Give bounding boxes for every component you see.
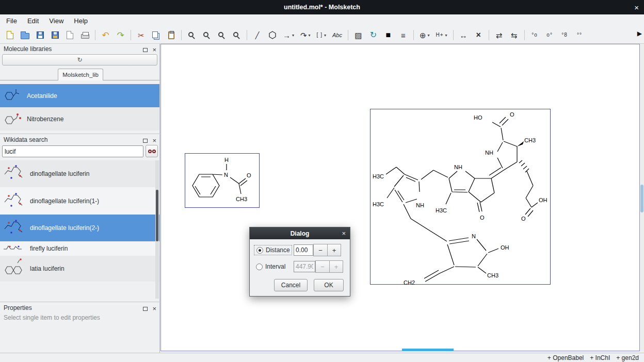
library-refresh-button[interactable]: ↻ bbox=[2, 54, 157, 65]
cancel-button[interactable]: Cancel bbox=[274, 279, 308, 291]
zoom-fit-button[interactable] bbox=[230, 28, 244, 42]
zoom-original-button[interactable] bbox=[215, 28, 229, 42]
atom-label: O bbox=[480, 215, 485, 221]
ring-tool-button[interactable] bbox=[265, 28, 279, 42]
print-button[interactable] bbox=[78, 28, 92, 42]
distance-value-input[interactable] bbox=[294, 244, 313, 256]
save-as-button[interactable] bbox=[48, 28, 62, 42]
plugin-openbabel: + OpenBabel bbox=[548, 354, 584, 361]
ok-button[interactable]: OK bbox=[314, 279, 344, 291]
redo-icon: ↷ bbox=[117, 31, 124, 40]
text-tool-button[interactable]: Abc bbox=[330, 28, 345, 42]
luciferin-selection-box[interactable]: HO O CH3 NH H3C NH H3C NH H3C O OH O N O… bbox=[370, 109, 551, 285]
undo-icon: ↶ bbox=[102, 31, 109, 40]
export-icon bbox=[67, 31, 73, 39]
drawing-canvas[interactable]: H N O CH3 HO O CH3 NH H3C NH H3C NH H3C … bbox=[160, 44, 640, 351]
distance-radio[interactable] bbox=[256, 247, 263, 254]
atom-label: CH3 bbox=[487, 272, 498, 278]
rotate-button[interactable]: ↻ bbox=[366, 28, 380, 42]
charge-button[interactable]: ⊕▾ bbox=[417, 28, 432, 42]
paste-button[interactable] bbox=[164, 28, 178, 42]
window-close-icon[interactable]: × bbox=[634, 0, 639, 14]
undock-icon[interactable] bbox=[143, 48, 148, 52]
distance-dialog: Dialog × Distance − + Interval − + Cance… bbox=[249, 227, 350, 297]
wikidata-item-1[interactable]: dinoflagellate luciferin bbox=[0, 160, 159, 187]
line-width-button[interactable]: ≡ bbox=[396, 28, 410, 42]
bracket-tool-button[interactable]: [ ]▾ bbox=[314, 28, 329, 42]
flip-horizontal-button[interactable]: ↔ bbox=[457, 28, 471, 42]
undock-icon[interactable] bbox=[143, 307, 148, 311]
lone-pair-remove-icon: °° bbox=[577, 32, 582, 38]
library-item-acetanilide[interactable]: Acetanilide bbox=[0, 84, 159, 107]
acetanilide-selection-box[interactable]: H N O CH3 bbox=[185, 153, 260, 208]
libraries-panel-title: Molecule libraries bbox=[4, 45, 52, 53]
radical-remove-button[interactable]: o° bbox=[543, 28, 557, 42]
wikidata-search-input[interactable] bbox=[2, 145, 143, 157]
menu-view[interactable]: View bbox=[44, 15, 69, 26]
luciferin-structure: HO O CH3 NH H3C NH H3C NH H3C O OH O N O… bbox=[371, 109, 551, 285]
open-button[interactable] bbox=[18, 28, 32, 42]
wikidata-item-3[interactable]: dinoflagellate luciferin(2-) bbox=[0, 215, 159, 241]
new-button[interactable] bbox=[3, 28, 17, 42]
wikidata-search-button[interactable] bbox=[146, 145, 158, 157]
molecule-thumbnail bbox=[2, 108, 23, 130]
distance-label: Distance bbox=[266, 246, 290, 254]
wikidata-scrollbar[interactable] bbox=[155, 160, 159, 299]
dialog-close-icon[interactable]: × bbox=[342, 227, 346, 239]
interval-radio-group[interactable]: Interval bbox=[254, 262, 292, 271]
draw-tool-button[interactable]: ╱ bbox=[250, 28, 264, 42]
close-panel-icon[interactable]: × bbox=[152, 137, 156, 144]
atom-label: CH3 bbox=[524, 137, 536, 143]
interval-radio[interactable] bbox=[256, 264, 263, 270]
copy-button[interactable] bbox=[149, 28, 163, 42]
redo-button[interactable]: ↷ bbox=[114, 28, 127, 42]
horizontal-scrollbar-thumb[interactable] bbox=[402, 349, 454, 351]
toolbar-separator bbox=[524, 30, 525, 40]
toolbar-separator bbox=[247, 30, 247, 40]
reaction-arrow-button[interactable]: →▾ bbox=[280, 28, 297, 42]
radical-add-icon: °o bbox=[532, 32, 538, 38]
lone-pair-remove-button[interactable]: °° bbox=[573, 28, 587, 42]
toolbar-extender-icon[interactable]: ▶ bbox=[637, 30, 642, 37]
zoom-fit-icon bbox=[233, 32, 238, 37]
zoom-out-button[interactable] bbox=[200, 28, 214, 42]
interval-decrement-button[interactable]: − bbox=[315, 260, 329, 273]
hash-bond-button[interactable]: ▨ bbox=[351, 28, 365, 42]
distance-radio-group[interactable]: Distance bbox=[254, 245, 292, 255]
lone-pair-add-button[interactable]: °8 bbox=[558, 28, 572, 42]
menu-edit[interactable]: Edit bbox=[22, 15, 44, 26]
zoom-out-icon bbox=[203, 32, 208, 37]
cut-button[interactable]: ✂ bbox=[134, 28, 148, 42]
molecule-thumbnail bbox=[2, 85, 23, 107]
tab-molsketch-lib[interactable]: Molsketch_lib bbox=[58, 69, 103, 80]
vertical-scrollbar[interactable] bbox=[640, 44, 644, 351]
plugin-gen2d: + gen2d bbox=[616, 354, 639, 361]
undo-button[interactable]: ↶ bbox=[99, 28, 112, 42]
hydrogen-button[interactable]: H+▾ bbox=[433, 28, 450, 42]
radical-add-button[interactable]: °o bbox=[528, 28, 542, 42]
scrollbar-thumb[interactable] bbox=[640, 185, 643, 212]
modify-tool-1-button[interactable]: ⇄ bbox=[492, 28, 506, 42]
wikidata-item-4[interactable]: firefly luciferin bbox=[0, 241, 159, 256]
menu-file[interactable]: File bbox=[1, 15, 22, 26]
scrollbar-thumb[interactable] bbox=[156, 190, 158, 241]
wikidata-item-2[interactable]: dinoflagellate luciferin(1-) bbox=[0, 187, 159, 215]
save-button[interactable] bbox=[33, 28, 47, 42]
close-panel-icon[interactable]: × bbox=[152, 46, 156, 53]
menu-help[interactable]: Help bbox=[69, 15, 93, 26]
color-button[interactable]: ■ bbox=[381, 28, 395, 42]
delete-button[interactable]: × bbox=[472, 28, 486, 42]
undock-icon[interactable] bbox=[143, 139, 148, 143]
modify-arrows-icon: ⇆ bbox=[511, 31, 518, 39]
distance-increment-button[interactable]: + bbox=[327, 244, 341, 256]
interval-value-input[interactable] bbox=[294, 261, 315, 272]
export-button[interactable] bbox=[63, 28, 77, 42]
interval-increment-button[interactable]: + bbox=[329, 260, 343, 273]
zoom-in-button[interactable] bbox=[185, 28, 199, 42]
distance-decrement-button[interactable]: − bbox=[313, 244, 327, 256]
modify-tool-2-button[interactable]: ⇆ bbox=[507, 28, 521, 42]
close-panel-icon[interactable]: × bbox=[152, 305, 156, 312]
mechanism-arrow-button[interactable]: ↷▾ bbox=[298, 28, 313, 42]
library-item-nitrobenzene[interactable]: Nitrobenzene bbox=[0, 107, 159, 130]
wikidata-item-5[interactable]: latia luciferin bbox=[0, 256, 159, 282]
